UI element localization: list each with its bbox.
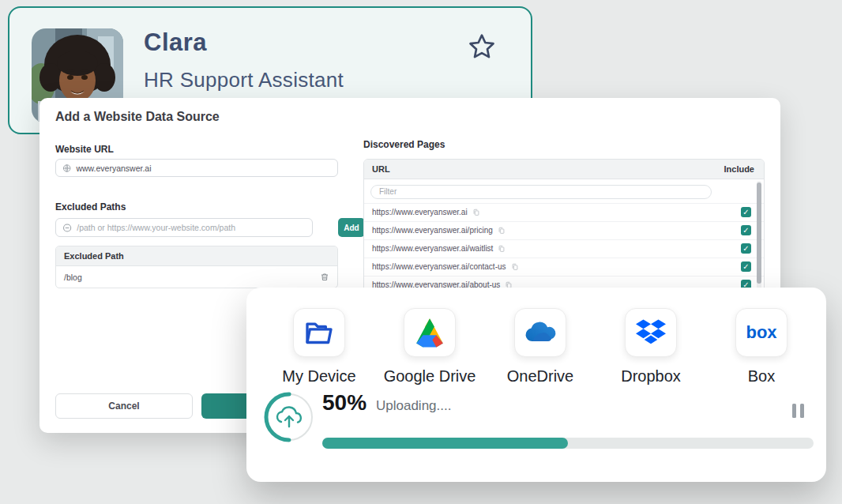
google-drive-icon [404,308,456,357]
copy-icon[interactable] [472,208,480,217]
filter-input[interactable] [370,185,712,199]
dropbox-icon [625,308,677,357]
provider-label: Dropbox [621,367,681,386]
page-url: https://www.everyanswer.ai [372,208,468,216]
star-icon[interactable] [466,32,498,63]
box-icon: box [735,308,787,357]
table-row: https://www.everyanswer.ai/waitlist ✓ [364,239,764,258]
provider-label: Box [748,367,775,386]
include-checkbox[interactable]: ✓ [741,261,751,272]
include-checkbox[interactable]: ✓ [741,225,751,235]
page-url: https://www.everyanswer.ai/waitlist [372,244,493,253]
cloud-upload-icon [264,392,314,442]
table-row: https://www.everyanswer.ai/pricing ✓ [364,221,764,239]
pause-icon[interactable] [792,404,804,418]
provider-dropbox[interactable]: Dropbox [596,308,706,386]
folder-icon [293,308,345,357]
provider-my-device[interactable]: My Device [264,308,374,386]
include-column-header: Include [724,164,754,174]
provider-options: My Device Google Drive [264,308,817,386]
provider-label: My Device [282,367,355,386]
table-row: https://www.everyanswer.ai/contact-us ✓ [364,258,764,276]
table-row: https://www.everyanswer.ai ✓ [364,203,764,221]
excluded-path-row: /blog [56,266,337,288]
copy-icon[interactable] [498,244,506,254]
page-url: https://www.everyanswer.ai/contact-us [372,262,506,271]
website-url-field[interactable] [55,159,338,177]
excluded-paths-table: Excluded Path /blog [55,246,338,288]
scrollbar-thumb[interactable] [757,182,761,284]
include-checkbox[interactable]: ✓ [741,243,751,254]
add-path-button[interactable]: Add [338,218,365,237]
website-url-label: Website URL [55,144,114,155]
discovered-pages-header: URL Include [364,160,764,179]
upload-status: Uploading.... [376,398,451,414]
include-checkbox[interactable]: ✓ [741,207,751,217]
svg-text:box: box [746,322,777,342]
url-column-header: URL [372,164,390,174]
dialog-title: Add a Website Data Source [55,110,220,124]
website-url-input[interactable] [76,164,331,173]
upload-progress-fill [322,438,568,449]
copy-icon[interactable] [498,226,506,235]
assistant-role: HR Support Assistant [144,68,344,92]
excluded-paths-label: Excluded Paths [55,201,126,213]
globe-icon [62,164,71,173]
assistant-name: Clara [144,28,207,57]
minus-circle-icon [62,223,72,233]
upload-percent: 50% [322,390,366,416]
excluded-path-column-header: Excluded Path [56,246,337,266]
upload-source-dialog: My Device Google Drive [246,288,826,482]
excluded-path-field[interactable] [55,218,313,237]
discovered-pages-label: Discovered Pages [363,139,445,150]
provider-onedrive[interactable]: OneDrive [485,308,596,386]
provider-box[interactable]: box Box [706,308,817,386]
page-url: https://www.everyanswer.ai/pricing [372,226,493,235]
onedrive-icon [514,308,566,357]
provider-label: Google Drive [384,367,476,386]
upload-progress-bar [322,438,814,449]
excluded-path-input[interactable] [77,223,306,232]
provider-google-drive[interactable]: Google Drive [374,308,485,386]
provider-label: OneDrive [507,367,573,386]
copy-icon[interactable] [511,262,519,272]
excluded-path-value: /blog [64,273,82,282]
trash-icon[interactable] [320,272,329,282]
cancel-button[interactable]: Cancel [55,393,193,419]
filter-row [364,179,764,203]
